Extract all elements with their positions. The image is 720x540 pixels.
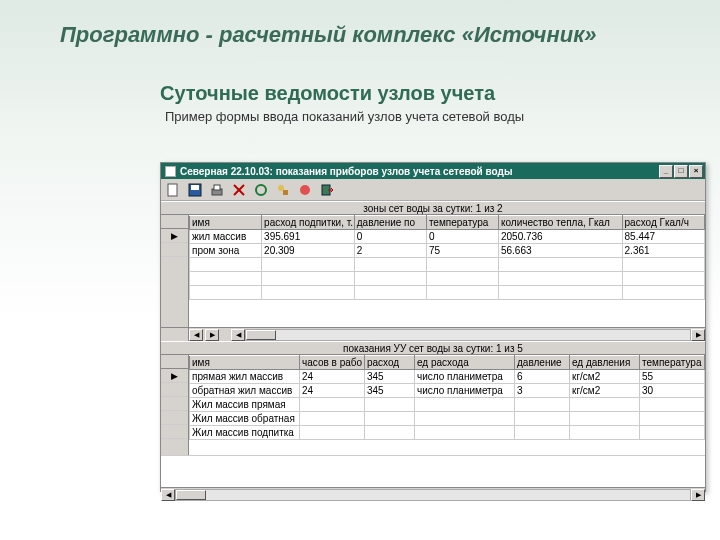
grid2-row-marker[interactable] (161, 425, 188, 439)
grid1-header[interactable]: имя (190, 216, 262, 230)
grid2-header[interactable]: ед расхода (415, 356, 515, 370)
table-row[interactable]: Жил массив прямая (190, 398, 705, 412)
grid1-header[interactable]: расход Гкал/ч (622, 216, 704, 230)
window-title: Северная 22.10.03: показания приборов уз… (180, 166, 659, 177)
table-row[interactable]: обратная жил массив24345число планиметра… (190, 384, 705, 398)
delete-icon[interactable] (231, 182, 247, 198)
close-button[interactable]: × (689, 165, 703, 178)
grid2-gutter: ▶ (161, 355, 189, 455)
grid2-header[interactable]: давление (515, 356, 570, 370)
section-title: Суточные ведомости узлов учета (0, 48, 720, 105)
app-icon (165, 166, 176, 177)
print-icon[interactable] (209, 182, 225, 198)
grid2-row-marker[interactable]: ▶ (161, 369, 188, 383)
scroll-left-icon[interactable]: ◀ (231, 329, 245, 341)
refresh-icon[interactable] (253, 182, 269, 198)
section-subtitle: Пример формы ввода показаний узлов учета… (0, 105, 720, 132)
scroll-right-icon[interactable]: ▶ (691, 489, 705, 501)
grid2-scrollbar[interactable]: ◀ ▶ (161, 487, 705, 501)
grid1-row-marker[interactable]: ▶ (161, 229, 188, 243)
svg-point-10 (300, 185, 310, 195)
table-row[interactable]: жил массив395.691002050.73685.447 (190, 230, 705, 244)
grid1-header[interactable]: количество тепла, Гкал (498, 216, 622, 230)
grid2-header[interactable]: температура (640, 356, 705, 370)
grid1-caption: зоны сет воды за сутки: 1 из 2 (161, 201, 705, 215)
grid2-header[interactable]: часов в рабо (300, 356, 365, 370)
svg-rect-9 (283, 190, 288, 195)
grid1: ▶ имя расход подпитки, т. давление по те… (161, 215, 705, 327)
table-row[interactable]: Жил массив обратная (190, 412, 705, 426)
table-row[interactable]: прямая жил массив24345число планиметра6к… (190, 370, 705, 384)
svg-rect-2 (191, 185, 199, 190)
grid1-row-marker[interactable] (161, 243, 188, 257)
maximize-button[interactable]: □ (674, 165, 688, 178)
titlebar[interactable]: Северная 22.10.03: показания приборов уз… (161, 163, 705, 179)
grid2-table[interactable]: имя часов в рабо расход ед расхода давле… (189, 355, 705, 440)
save-icon[interactable] (187, 182, 203, 198)
scroll-thumb[interactable] (246, 330, 276, 340)
grid2-header[interactable]: имя (190, 356, 300, 370)
grid1-gutter: ▶ (161, 215, 189, 327)
grid2-header[interactable]: ед давления (570, 356, 640, 370)
svg-rect-0 (168, 184, 177, 196)
scroll-left-icon[interactable]: ◀ (189, 329, 203, 341)
exit-icon[interactable] (319, 182, 335, 198)
grid1-header[interactable]: температура (426, 216, 498, 230)
grid2-row-marker[interactable] (161, 383, 188, 397)
scroll-right-icon[interactable]: ▶ (691, 329, 705, 341)
scroll-track[interactable] (245, 329, 691, 341)
grid1-table[interactable]: имя расход подпитки, т. давление по темп… (189, 215, 705, 300)
scroll-track[interactable] (175, 489, 691, 501)
new-icon[interactable] (165, 182, 181, 198)
grid2: ▶ имя часов в рабо расход ед расхода дав… (161, 355, 705, 455)
grid2-row-marker[interactable] (161, 411, 188, 425)
svg-rect-4 (214, 185, 220, 190)
page-title: Программно - расчетный комплекс «Источни… (0, 0, 720, 48)
app-window: Северная 22.10.03: показания приборов уз… (160, 162, 706, 492)
grid2-header[interactable]: расход (365, 356, 415, 370)
toolbar (161, 179, 705, 201)
scroll-thumb[interactable] (176, 490, 206, 500)
scroll-right-icon[interactable]: ▶ (205, 329, 219, 341)
scroll-left-icon[interactable]: ◀ (161, 489, 175, 501)
table-row[interactable]: пром зона20.30927556.6632.361 (190, 244, 705, 258)
grid1-header[interactable]: расход подпитки, т. (262, 216, 355, 230)
minimize-button[interactable]: _ (659, 165, 673, 178)
grid1-scrollbar[interactable]: ◀ ▶ ◀ ▶ (161, 327, 705, 341)
grid2-caption: показания УУ сет воды за сутки: 1 из 5 (161, 341, 705, 355)
grid1-header[interactable]: давление по (354, 216, 426, 230)
table-row[interactable]: Жил массив подпитка (190, 426, 705, 440)
wizard-icon[interactable] (275, 182, 291, 198)
grid2-row-marker[interactable] (161, 397, 188, 411)
chart-icon[interactable] (297, 182, 313, 198)
svg-point-7 (256, 185, 266, 195)
